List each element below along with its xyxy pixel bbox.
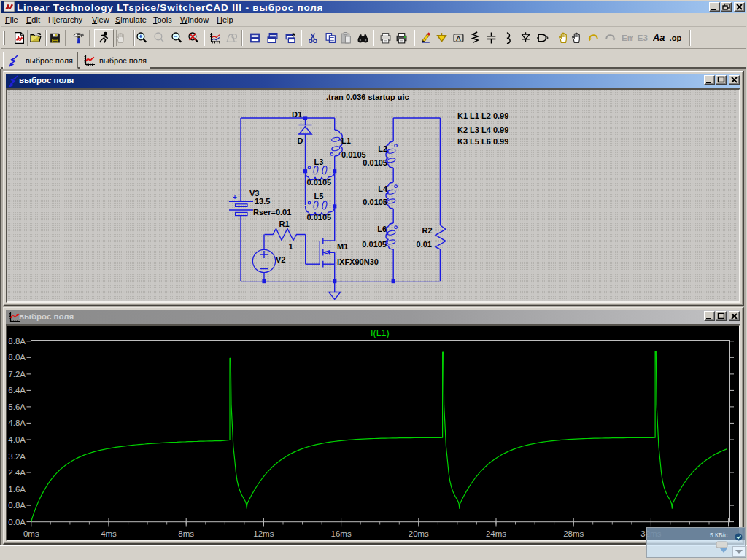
svg-text:IXFX90N30: IXFX90N30	[337, 257, 379, 266]
svg-text:+: +	[233, 193, 237, 201]
svg-text:K2 L3 L4 0.99: K2 L3 L4 0.99	[457, 125, 508, 134]
svg-text:16ms: 16ms	[331, 529, 352, 538]
svg-text:4ms: 4ms	[101, 529, 117, 538]
svg-text:0.0A: 0.0A	[8, 518, 26, 526]
svg-text:2.4A: 2.4A	[8, 468, 26, 477]
svg-text:0.0105: 0.0105	[307, 178, 332, 187]
svg-text:13.5: 13.5	[255, 197, 270, 206]
svg-text:5.6A: 5.6A	[8, 402, 26, 411]
svg-text:V2: V2	[276, 255, 285, 264]
svg-text:6.4A: 6.4A	[8, 386, 26, 394]
svg-text:3.2A: 3.2A	[8, 452, 26, 461]
svg-text:0.0105: 0.0105	[362, 240, 387, 249]
svg-text:0.0105: 0.0105	[307, 213, 332, 222]
svg-text:1.6A: 1.6A	[8, 485, 26, 494]
svg-text:0ms: 0ms	[23, 529, 39, 538]
svg-text:A: A	[456, 34, 461, 42]
svg-text:L1: L1	[341, 136, 351, 145]
svg-text:.op: .op	[670, 34, 681, 42]
svg-text:L5: L5	[314, 192, 324, 201]
svg-text:12ms: 12ms	[253, 529, 274, 538]
svg-text:0.8A: 0.8A	[8, 501, 26, 510]
svg-text:L3: L3	[314, 158, 324, 166]
svg-text:20ms: 20ms	[409, 529, 429, 538]
svg-text:I(L1): I(L1)	[371, 328, 390, 338]
svg-text:4.0A: 4.0A	[8, 435, 26, 444]
svg-text:28ms: 28ms	[563, 529, 584, 538]
svg-text:0.01: 0.01	[417, 240, 432, 249]
svg-text:7.2A: 7.2A	[8, 370, 26, 378]
svg-text:8.0A: 8.0A	[8, 353, 26, 362]
svg-text:R2: R2	[422, 226, 432, 235]
svg-text:D: D	[298, 136, 303, 145]
svg-text:8.8A: 8.8A	[8, 337, 26, 346]
svg-text:8ms: 8ms	[178, 529, 194, 538]
svg-text:L4: L4	[378, 184, 388, 193]
svg-text:R1: R1	[279, 219, 290, 228]
svg-text:K3 L5 L6 0.99: K3 L5 L6 0.99	[457, 137, 508, 146]
svg-text:1: 1	[289, 242, 293, 251]
svg-text:0.0105: 0.0105	[363, 198, 387, 206]
svg-text:Rser=0.01: Rser=0.01	[253, 208, 291, 217]
svg-text:0.0105: 0.0105	[363, 158, 387, 167]
svg-text:Em: Em	[622, 33, 633, 42]
svg-text:4.8A: 4.8A	[8, 419, 26, 427]
svg-text:D1: D1	[292, 110, 302, 119]
svg-text:E3: E3	[638, 33, 649, 42]
svg-text:K1 L1 L2 0.99: K1 L1 L2 0.99	[457, 112, 508, 120]
svg-text:.tran 0.036 startup uic: .tran 0.036 startup uic	[326, 93, 409, 101]
svg-text:L2: L2	[378, 144, 387, 153]
svg-text:M1: M1	[337, 242, 348, 251]
svg-text:24ms: 24ms	[486, 529, 506, 538]
svg-text:Aa: Aa	[653, 32, 665, 43]
svg-text:L6: L6	[377, 225, 387, 233]
